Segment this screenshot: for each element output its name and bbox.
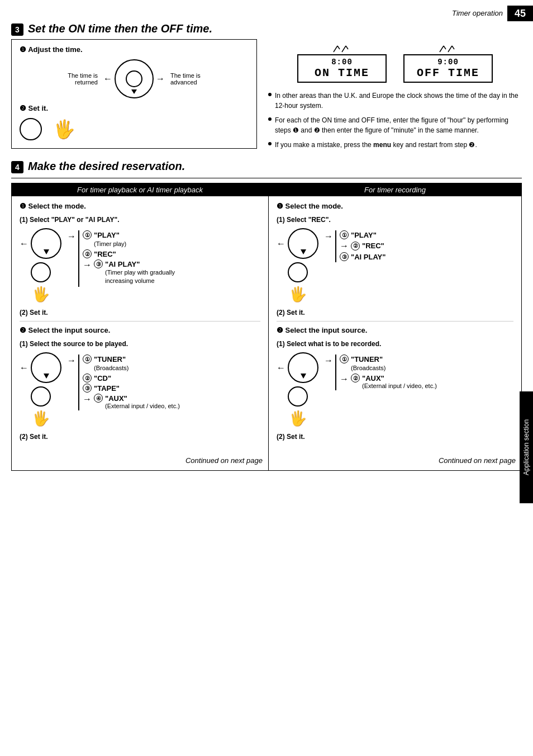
set-button-circle xyxy=(20,118,42,140)
step4-columns: For timer playback or AI timer playback … xyxy=(11,183,522,471)
step4-divider xyxy=(11,178,522,178)
left-set-it-2: (2) Set it. xyxy=(20,433,260,441)
src-cd-label: "CD" xyxy=(94,374,111,382)
left-source-set-btn xyxy=(31,386,51,407)
right-source-opts-row: → ① "TUNER" (Broadcasts) → xyxy=(324,355,437,390)
page-container: Timer operation 45 3 Set the ON time the… xyxy=(0,0,533,756)
svg-line-4 xyxy=(440,46,444,52)
left-set-btn xyxy=(31,262,51,282)
right-mode-bracket: ① "PLAY" → ② "REC" xyxy=(335,230,386,262)
src-tuner-num: ① xyxy=(83,355,92,363)
aux-content: ④ "AUX" (External input / video, etc.) xyxy=(94,394,180,409)
right-opt-play: ① "PLAY" xyxy=(340,230,386,239)
left-sub1-title: (1) Select "PLAY" or "AI PLAY". xyxy=(20,216,260,224)
opt-play-label: "PLAY" xyxy=(94,231,120,239)
substep2-label: ❷ Set it. xyxy=(20,104,249,112)
right-aux-label-row: ② "AUX" xyxy=(351,374,437,382)
dial-area: The time isreturned ← → xyxy=(20,59,249,98)
off-time-antenna xyxy=(437,45,459,53)
step4-title: Make the desired reservation. xyxy=(28,160,185,173)
left-col-body: ❶ Select the mode. (1) Select "PLAY" or … xyxy=(12,196,268,451)
num-circle-1: ❶ xyxy=(20,45,26,54)
aiplay-label-row: ③ "AI PLAY" xyxy=(94,259,175,268)
left-opt1-row: → ① "PLAY" (Timer play) ② xyxy=(67,230,175,287)
on-time-antenna xyxy=(331,45,353,53)
step4-header: 4 Make the desired reservation. xyxy=(11,160,522,173)
left-continued: Continued on next page xyxy=(12,456,268,465)
src-tuner-label: "TUNER" xyxy=(94,355,126,363)
src-tape-num: ③ xyxy=(83,384,92,393)
on-time-value: 8:00 ON TIME xyxy=(297,54,387,83)
left-source-hand-icon: 🖐 xyxy=(32,410,50,427)
step3-number: 3 xyxy=(11,23,23,36)
display-area: 8:00 ON TIME xyxy=(268,45,522,83)
right-source-options: → ① "TUNER" (Broadcasts) → xyxy=(324,355,437,390)
left-section-divider xyxy=(20,321,260,322)
left-select-source: ❷ Select the input source. xyxy=(20,326,260,334)
step4-right-col: For timer recording ❶ Select the mode. (… xyxy=(268,183,522,471)
right-opt-aiplay: ③ "AI PLAY" xyxy=(340,252,386,261)
right-src-tuner-label: "TUNER" xyxy=(351,355,383,363)
opt-aiplay-note: (Timer play with graduallyincreasing vol… xyxy=(105,268,175,286)
time-advanced-label: The time isadvanced xyxy=(170,72,201,86)
right-source-arrow-icon: ← xyxy=(277,363,285,373)
right-mode-options: → ① "PLAY" → ② xyxy=(324,230,386,262)
src-cd-num: ② xyxy=(83,374,92,382)
left-mode-controls: ← 🖐 → xyxy=(20,228,260,303)
off-time-value: 9:00 OFF TIME xyxy=(403,54,493,83)
page-number: 45 xyxy=(507,6,533,21)
right-mode-controls: ← 🖐 → xyxy=(277,228,513,303)
hand-icon: 🖐 xyxy=(53,120,75,138)
set-it-area: 🖐 xyxy=(20,118,249,140)
opt-play: ① "PLAY" xyxy=(83,230,175,239)
right-set-btn xyxy=(288,262,308,282)
svg-line-7 xyxy=(452,46,454,49)
svg-line-6 xyxy=(448,46,452,52)
left-knob-area: ← 🖐 xyxy=(20,228,61,303)
right-col-body: ❶ Select the mode. (1) Select "REC". ← xyxy=(269,196,521,451)
left-source-knob-area: ← 🖐 xyxy=(20,352,61,427)
on-time-display: 8:00 ON TIME xyxy=(297,45,387,83)
page-header: Timer operation 45 xyxy=(0,6,533,21)
svg-line-1 xyxy=(337,46,340,49)
aux-label-row: ④ "AUX" xyxy=(94,394,180,403)
right-knob-area: ← 🖐 xyxy=(277,228,318,303)
step3-header: 3 Set the ON time then the OFF time. xyxy=(11,22,522,36)
src-tape: ③ "TAPE" xyxy=(83,384,180,393)
opt-aiplay-label: "AI PLAY" xyxy=(105,260,140,268)
source-bracket: ① "TUNER" (Broadcasts) ② "CD" xyxy=(78,355,180,410)
right-opt-rec-label: "REC" xyxy=(362,242,384,250)
bullet-2: For each of the ON time and OFF time, en… xyxy=(268,115,522,135)
right-opts-row: → ① "PLAY" → ② xyxy=(324,230,386,262)
left-select-mode: ❶ Select the mode. xyxy=(20,202,260,210)
right-source-controls: ← 🖐 → xyxy=(277,352,513,427)
step4-number: 4 xyxy=(11,161,23,173)
step3-right: 8:00 ON TIME xyxy=(268,39,522,154)
right-arrow-icon: ← xyxy=(277,239,285,249)
dial-knob xyxy=(115,59,154,98)
left-source-arrow-icon: ← xyxy=(20,363,28,373)
right-opt-rec: → ② "REC" xyxy=(340,240,386,251)
svg-line-2 xyxy=(342,46,346,52)
num-circle-2: ❷ xyxy=(20,104,26,112)
opt-rec-num: ② xyxy=(83,249,92,258)
arrow-to-options: → xyxy=(67,230,76,243)
right-source-set-btn xyxy=(288,386,308,407)
step4-left-col: For timer playback or AI timer playback … xyxy=(11,183,268,471)
left-hand-icon: 🖐 xyxy=(32,286,50,303)
arrow-to-right-aux: → xyxy=(340,374,349,384)
bullet-3: If you make a mistake, press the menu ke… xyxy=(268,140,522,150)
left-knob xyxy=(31,228,61,259)
step3-section: 3 Set the ON time then the OFF time. ❶ A… xyxy=(11,22,522,154)
opt-aiplay: → ③ "AI PLAY" (Timer play with gradually… xyxy=(83,259,175,286)
svg-line-5 xyxy=(444,46,446,49)
right-opt-play-label: "PLAY" xyxy=(351,231,377,239)
right-aux-content: ② "AUX" (External input / video, etc.) xyxy=(351,374,437,389)
app-section-label: Application section xyxy=(520,391,533,503)
right-sub2-title: (1) Select what is to be recorded. xyxy=(277,340,513,348)
svg-line-0 xyxy=(334,46,337,52)
aiplay-content: ③ "AI PLAY" (Timer play with graduallyin… xyxy=(94,259,175,286)
right-knob xyxy=(288,228,318,259)
right-set-it-1: (2) Set it. xyxy=(277,309,513,316)
substep1-label: ❶ Adjust the time. xyxy=(20,45,249,54)
